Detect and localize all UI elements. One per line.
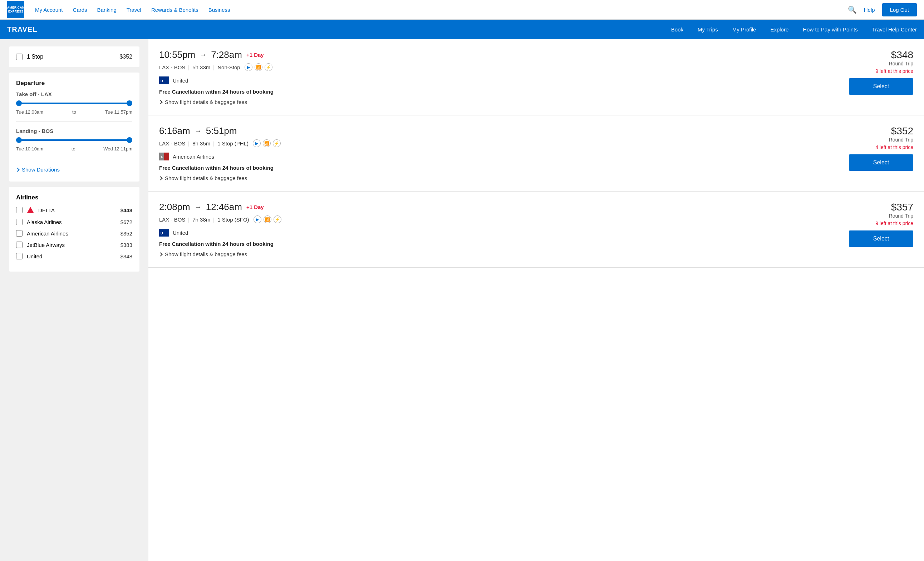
landing-range-to: to xyxy=(72,146,75,151)
chevron-right-details-icon-3 xyxy=(158,252,162,256)
travel-nav-book[interactable]: Book xyxy=(671,27,683,33)
flight-1-duration: 5h 33m xyxy=(192,64,210,70)
airline-row-jetblue: JetBlue Airways $383 xyxy=(16,242,132,248)
landing-slider-thumb-right[interactable] xyxy=(127,137,132,143)
american-logo-icon: A xyxy=(159,153,169,160)
flight-3-meta: LAX - BOS | 7h 38m | 1 Stop (SFO) ▶ 📶 ⚡ xyxy=(159,215,842,223)
chevron-right-details-icon-1 xyxy=(158,100,162,104)
flight-3-info: 2:08pm → 12:46am +1 Day LAX - BOS | 7h 3… xyxy=(159,202,842,257)
nav-travel[interactable]: Travel xyxy=(127,7,141,13)
flight-1-info: 10:55pm → 7:28am +1 Day LAX - BOS | 5h 3… xyxy=(159,49,842,105)
flight-1-plus-day: +1 Day xyxy=(246,52,264,58)
delta-triangle-icon xyxy=(27,207,34,213)
departure-slider[interactable] xyxy=(16,103,132,104)
jetblue-price: $383 xyxy=(120,242,132,248)
nav-my-account[interactable]: My Account xyxy=(35,7,63,13)
nav-banking[interactable]: Banking xyxy=(97,7,117,13)
departure-slider-track xyxy=(16,103,132,104)
flight-1-price: $348 xyxy=(849,49,913,61)
travel-nav-pay-points[interactable]: How to Pay with Points xyxy=(803,27,858,33)
top-nav-right: 🔍 Help Log Out xyxy=(848,3,917,16)
flight-2-meta: LAX - BOS | 8h 35m | 1 Stop (PHL) ▶ 📶 ⚡ xyxy=(159,139,842,147)
flight-2-show-details-button[interactable]: Show flight details & baggage fees xyxy=(159,175,247,181)
united-logo-icon-1: U xyxy=(159,76,169,84)
power-icon-2: ⚡ xyxy=(273,139,281,147)
play-icon-3: ▶ xyxy=(254,215,261,223)
chevron-right-details-icon-2 xyxy=(158,176,162,180)
flight-1-price-section: $348 Round Trip 9 left at this price Sel… xyxy=(842,49,913,95)
power-icon-3: ⚡ xyxy=(273,215,281,223)
filter-divider-1 xyxy=(16,121,132,121)
flight-2-show-details-label: Show flight details & baggage fees xyxy=(165,175,247,181)
logout-button[interactable]: Log Out xyxy=(882,3,917,16)
jetblue-checkbox[interactable] xyxy=(16,242,22,248)
flight-3-show-details-label: Show flight details & baggage fees xyxy=(165,251,247,257)
one-stop-checkbox[interactable] xyxy=(16,54,22,60)
united-checkbox[interactable] xyxy=(16,253,22,259)
help-link[interactable]: Help xyxy=(864,7,875,13)
flight-2-depart-time: 6:16am xyxy=(159,126,190,136)
departure-range-to: to xyxy=(72,109,76,115)
show-durations-label: Show Durations xyxy=(22,166,60,173)
flight-results: 10:55pm → 7:28am +1 Day LAX - BOS | 5h 3… xyxy=(148,39,924,561)
alaska-checkbox[interactable] xyxy=(16,219,22,225)
flight-2-select-button[interactable]: Select xyxy=(849,154,913,171)
united-price: $348 xyxy=(120,253,132,259)
nav-rewards[interactable]: Rewards & Benefits xyxy=(151,7,198,13)
travel-nav-my-profile[interactable]: My Profile xyxy=(732,27,756,33)
amex-logo: AMERICANEXPRESS xyxy=(7,1,24,18)
departure-slider-thumb-left[interactable] xyxy=(16,100,22,106)
landing-slider[interactable] xyxy=(16,139,132,141)
airline-row-united: United $348 xyxy=(16,253,132,259)
travel-nav-explore[interactable]: Explore xyxy=(770,27,789,33)
jetblue-name: JetBlue Airways xyxy=(27,242,116,248)
delta-price: $448 xyxy=(120,207,132,213)
flight-1-airline-info: U United xyxy=(159,76,842,84)
delta-checkbox[interactable] xyxy=(16,207,22,213)
play-icon-2: ▶ xyxy=(253,139,261,147)
stop-filter-row: 1 Stop $352 xyxy=(16,54,132,60)
flight-1-seats-left: 9 left at this price xyxy=(849,68,913,74)
flight-1-show-details-button[interactable]: Show flight details & baggage fees xyxy=(159,99,247,105)
time-filter-section: Departure Take off - LAX Tue 12:03am to … xyxy=(9,73,140,181)
flight-2-free-cancel: Free Cancellation within 24 hours of boo… xyxy=(159,165,842,171)
delta-name: DELTA xyxy=(38,207,116,213)
flight-1-arrive-time: 7:28am xyxy=(211,49,242,60)
american-checkbox[interactable] xyxy=(16,230,22,236)
flight-2-price: $352 xyxy=(849,126,913,137)
airline-row-alaska: Alaska Airlines $672 xyxy=(16,219,132,225)
flight-2-info: 6:16am → 5:51pm LAX - BOS | 8h 35m | 1 S… xyxy=(159,126,842,181)
flight-2-airline-info: A American Airlines xyxy=(159,153,842,160)
landing-slider-thumb-left[interactable] xyxy=(16,137,22,143)
show-durations-button[interactable]: Show Durations xyxy=(16,165,60,174)
flight-3-select-button[interactable]: Select xyxy=(849,230,913,247)
flight-1-select-button[interactable]: Select xyxy=(849,78,913,95)
flight-2-price-section: $352 Round Trip 4 left at this price Sel… xyxy=(842,126,913,171)
play-icon: ▶ xyxy=(244,63,252,71)
flight-2-seats-left: 4 left at this price xyxy=(849,144,913,150)
wifi-icon-2: 📶 xyxy=(263,139,271,147)
departure-slider-thumb-right[interactable] xyxy=(127,100,132,106)
alaska-name: Alaska Airlines xyxy=(27,219,116,225)
one-stop-label: 1 Stop xyxy=(27,54,43,60)
travel-nav-help-center[interactable]: Travel Help Center xyxy=(872,27,917,33)
flight-3-show-details-button[interactable]: Show flight details & baggage fees xyxy=(159,251,247,257)
flight-3-price-section: $357 Round Trip 9 left at this price Sel… xyxy=(842,202,913,247)
flight-2-route: LAX - BOS xyxy=(159,141,185,147)
flight-card-2-top: 6:16am → 5:51pm LAX - BOS | 8h 35m | 1 S… xyxy=(159,126,913,181)
travel-nav-my-trips[interactable]: My Trips xyxy=(698,27,718,33)
landing-slider-track xyxy=(16,139,132,141)
nav-business[interactable]: Business xyxy=(208,7,230,13)
flight-2-duration: 8h 35m xyxy=(192,141,210,147)
travel-navigation: TRAVEL Book My Trips My Profile Explore … xyxy=(0,19,924,39)
flight-3-seats-left: 9 left at this price xyxy=(849,220,913,226)
flight-3-depart-time: 2:08pm xyxy=(159,202,190,212)
search-button[interactable]: 🔍 xyxy=(848,5,857,14)
svg-text:U: U xyxy=(160,79,163,83)
american-price: $352 xyxy=(120,230,132,236)
flight-3-amenity-icons: ▶ 📶 ⚡ xyxy=(254,215,281,223)
nav-cards[interactable]: Cards xyxy=(73,7,87,13)
flight-2-airline-name: American Airlines xyxy=(173,154,214,160)
united-logo-icon-3: U xyxy=(159,229,169,236)
flight-1-amenity-icons: ▶ 📶 ⚡ xyxy=(244,63,273,71)
